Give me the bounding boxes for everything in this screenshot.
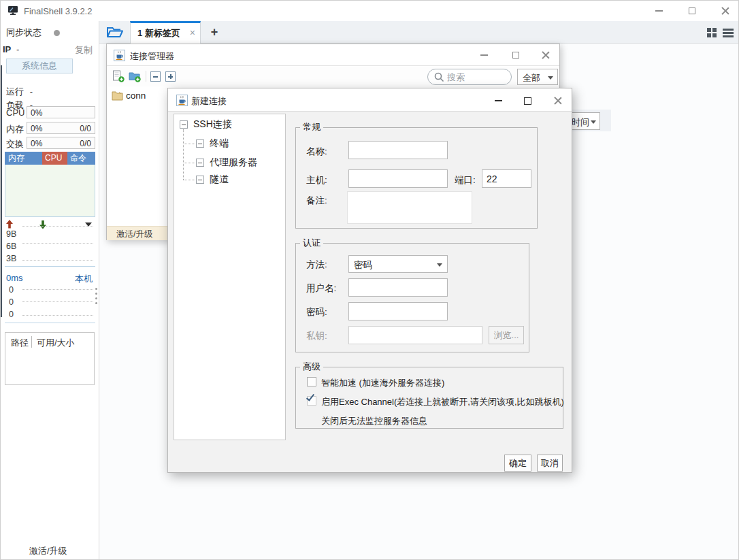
collapse-all-icon[interactable]	[150, 71, 161, 82]
close-button[interactable]	[714, 1, 737, 21]
cpu-label: CPU	[6, 108, 24, 118]
note-textarea[interactable]	[347, 191, 472, 224]
disk-path-header: 路径	[11, 337, 29, 349]
filter-label: 全部	[523, 72, 540, 84]
add-tab-button[interactable]: +	[207, 24, 222, 40]
newconn-minimize-button[interactable]	[488, 91, 508, 110]
tree-connector	[183, 129, 184, 180]
activate-upgrade-tab[interactable]: 激活/升级	[116, 229, 152, 240]
swap-meter: 0% 0/0	[27, 137, 95, 149]
java-app-icon	[114, 50, 125, 63]
connection-type-tree: SSH连接 终端 代理服务器 隧道	[174, 114, 286, 440]
browse-button[interactable]: 浏览...	[489, 326, 524, 344]
folder-name: conn	[126, 90, 146, 101]
method-dropdown[interactable]: 密码	[348, 255, 448, 273]
chevron-down-icon	[437, 263, 442, 267]
newconn-maximize-button[interactable]	[517, 91, 538, 110]
password-input[interactable]	[348, 302, 448, 320]
connmgr-maximize-button[interactable]	[506, 46, 526, 65]
tab-memory[interactable]: 内存	[5, 152, 42, 165]
search-icon	[434, 72, 444, 82]
name-input[interactable]	[348, 141, 448, 159]
time-sort-label: 时间	[572, 116, 589, 129]
upload-arrow-icon	[6, 220, 13, 229]
chevron-down-icon	[548, 76, 553, 80]
layout-grid-icon[interactable]	[707, 28, 717, 38]
menu-list-icon[interactable]	[723, 29, 734, 39]
search-input[interactable]	[447, 71, 507, 83]
username-label: 用户名:	[306, 282, 336, 295]
privatekey-input[interactable]	[348, 326, 482, 344]
cpu-value: 0%	[31, 108, 42, 118]
ip-value: -	[16, 44, 19, 54]
system-info-button[interactable]: 系统信息	[6, 59, 73, 73]
tree-collapse-icon[interactable]	[196, 139, 204, 148]
net-tick: 6B	[6, 242, 16, 251]
time-sort-dropdown[interactable]: 时间	[568, 112, 600, 130]
minimize-icon	[495, 100, 502, 101]
tree-collapse-icon[interactable]	[180, 120, 188, 129]
tree-item-label: 终端	[210, 137, 229, 150]
copy-ip-link[interactable]: 复制	[75, 44, 93, 56]
mem-ratio: 0/0	[80, 124, 91, 133]
connmgr-close-button[interactable]	[536, 46, 556, 65]
general-legend: 常规	[300, 121, 323, 133]
expand-all-icon[interactable]	[165, 71, 176, 82]
filter-dropdown[interactable]: 全部	[517, 69, 558, 85]
download-arrow-icon	[39, 220, 46, 229]
port-label: 端口:	[455, 174, 476, 186]
tab-command[interactable]: 命令	[67, 152, 95, 165]
ping-gridline	[22, 301, 93, 302]
ok-button[interactable]: 确定	[504, 455, 531, 472]
minimize-icon	[480, 54, 488, 56]
tree-collapse-icon[interactable]	[196, 159, 204, 167]
host-input[interactable]	[348, 169, 448, 188]
smart-accel-checkbox[interactable]	[307, 377, 316, 386]
newconn-close-button[interactable]	[548, 91, 568, 110]
search-box[interactable]	[427, 69, 512, 85]
connmgr-titlebar: 连接管理器	[107, 44, 559, 66]
exec-channel-label: 启用Exec Channel(若连接上就被断开,请关闭该项,比如跳板机)	[321, 396, 564, 408]
username-input[interactable]	[348, 278, 448, 297]
swap-ratio: 0/0	[80, 139, 91, 148]
host-label[interactable]: 本机	[75, 273, 93, 285]
network-arrows-row	[1, 220, 99, 229]
main-titlebar: FinalShell 3.9.2.2	[1, 1, 738, 21]
tab-close-icon[interactable]: ×	[190, 27, 195, 38]
activate-upgrade-link[interactable]: 激活/升级	[29, 545, 67, 557]
sync-status-dot-icon	[54, 30, 60, 36]
maximize-icon	[689, 7, 695, 14]
sync-status-row: 同步状态	[6, 27, 60, 39]
new-folder-icon[interactable]	[129, 70, 141, 82]
mem-label: 内存	[6, 123, 24, 135]
connmgr-minimize-button[interactable]	[474, 46, 494, 65]
sync-status-label: 同步状态	[6, 27, 42, 37]
cpu-meter-row: CPU 0%	[1, 106, 99, 118]
net-gridline	[22, 226, 93, 227]
net-chart-border	[5, 266, 95, 267]
ip-row: IP -	[3, 44, 19, 54]
maximize-icon	[512, 52, 519, 59]
tab-cpu[interactable]: CPU	[42, 152, 67, 165]
new-connection-icon[interactable]	[112, 70, 125, 82]
close-icon	[542, 51, 550, 59]
port-input[interactable]	[482, 169, 531, 188]
disk-size-header: 可用/大小	[37, 337, 75, 349]
java-app-icon	[176, 95, 188, 108]
minimize-icon	[655, 10, 663, 12]
chevron-down-icon	[591, 120, 596, 124]
cancel-button[interactable]: 取消	[537, 455, 563, 472]
tab-label: 1 新标签页	[137, 27, 180, 39]
tree-item-label: 隧道	[210, 174, 229, 186]
maximize-button[interactable]	[680, 1, 704, 21]
minimize-button[interactable]	[647, 1, 670, 21]
net-tick: 9B	[6, 229, 16, 239]
mem-meter: 0% 0/0	[27, 122, 95, 134]
app-logo-icon	[7, 5, 19, 18]
smart-accel-label: 智能加速 (加速海外服务器连接)	[321, 377, 444, 389]
ping-chart-border	[5, 323, 95, 323]
tree-collapse-icon[interactable]	[196, 176, 204, 184]
open-folder-icon[interactable]	[106, 25, 124, 42]
tab-new-page[interactable]: 1 新标签页 ×	[130, 21, 201, 44]
sidebar-splitter-handle[interactable]	[95, 288, 98, 307]
